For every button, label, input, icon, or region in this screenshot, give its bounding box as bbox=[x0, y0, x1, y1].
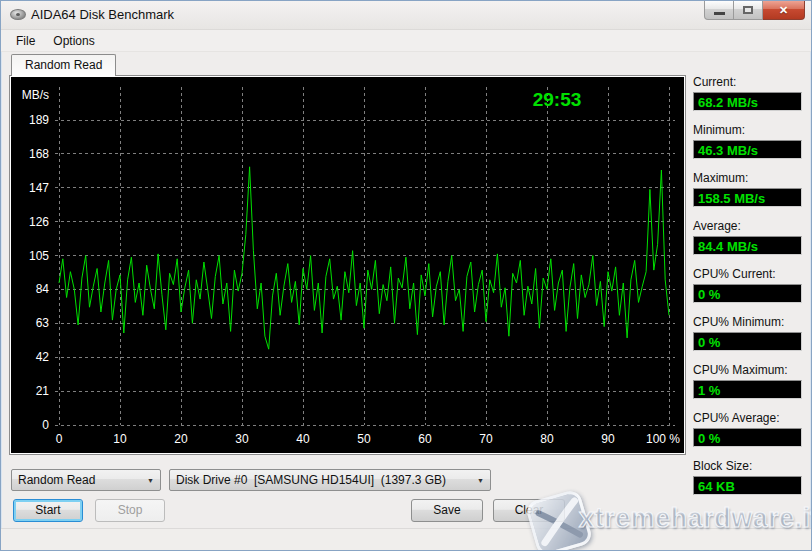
close-icon: ✕ bbox=[779, 4, 788, 17]
stat-label: CPU% Average: bbox=[693, 411, 802, 425]
stat-label: CPU% Minimum: bbox=[693, 315, 802, 329]
y-tick-label: 105 bbox=[29, 249, 49, 263]
menu-file[interactable]: File bbox=[7, 31, 44, 51]
x-tick-label: 50 bbox=[357, 432, 371, 446]
menu-bar: File Options bbox=[1, 29, 811, 52]
stat-value: 64 KB bbox=[693, 476, 802, 495]
status-strip bbox=[1, 528, 811, 550]
x-tick-label: 10 bbox=[113, 432, 127, 446]
stats-panel: Current:68.2 MB/sMinimum:46.3 MB/sMaximu… bbox=[693, 75, 802, 507]
y-tick-label: 147 bbox=[29, 181, 49, 195]
stat-value: 0 % bbox=[693, 284, 802, 303]
window-controls: ✕ bbox=[704, 1, 805, 20]
stat-value: 68.2 MB/s bbox=[693, 92, 802, 111]
save-button[interactable]: Save bbox=[411, 499, 483, 522]
stat-value: 0 % bbox=[693, 332, 802, 351]
maximize-button[interactable] bbox=[734, 1, 763, 20]
stat-label: Maximum: bbox=[693, 171, 802, 185]
elapsed-timer: 29:53 bbox=[533, 89, 582, 110]
maximize-icon bbox=[743, 6, 753, 14]
chevron-down-icon: ▼ bbox=[471, 477, 484, 484]
x-tick-label: 80 bbox=[540, 432, 554, 446]
x-tick-label: 90 bbox=[601, 432, 615, 446]
stat-label: Block Size: bbox=[693, 459, 802, 473]
stat-value: 158.5 MB/s bbox=[693, 188, 802, 207]
x-tick-label: 70 bbox=[479, 432, 493, 446]
y-tick-label: 189 bbox=[29, 113, 49, 127]
minimize-button[interactable] bbox=[704, 1, 734, 20]
window-title: AIDA64 Disk Benchmark bbox=[31, 1, 174, 28]
drive-select-value: Disk Drive #0 [SAMSUNG HD154UI] (1397.3 … bbox=[176, 473, 471, 487]
x-tick-label: 60 bbox=[418, 432, 432, 446]
drive-select[interactable]: Disk Drive #0 [SAMSUNG HD154UI] (1397.3 … bbox=[169, 469, 491, 491]
stat-value: 84.4 MB/s bbox=[693, 236, 802, 255]
stat-label: Current: bbox=[693, 75, 802, 89]
y-tick-label: 168 bbox=[29, 147, 49, 161]
y-tick-label: 63 bbox=[36, 316, 50, 330]
x-tick-label: 20 bbox=[174, 432, 188, 446]
stat-label: CPU% Maximum: bbox=[693, 363, 802, 377]
tab-panel: 189168147126105846342210MB/s010203040506… bbox=[9, 75, 686, 455]
stat-value: 0 % bbox=[693, 428, 802, 447]
benchmark-chart: 189168147126105846342210MB/s010203040506… bbox=[11, 77, 684, 453]
stat-label: Average: bbox=[693, 219, 802, 233]
y-tick-label: 84 bbox=[36, 282, 50, 296]
close-button[interactable]: ✕ bbox=[763, 1, 805, 20]
y-tick-label: 126 bbox=[29, 215, 49, 229]
stat-label: Minimum: bbox=[693, 123, 802, 137]
stop-button[interactable]: Stop bbox=[95, 499, 165, 522]
tab-random-read[interactable]: Random Read bbox=[11, 54, 116, 76]
x-tick-label: 30 bbox=[235, 432, 249, 446]
benchmark-type-select[interactable]: Random Read ▼ bbox=[11, 469, 161, 491]
title-bar: AIDA64 Disk Benchmark ✕ bbox=[1, 1, 811, 29]
benchmark-type-value: Random Read bbox=[18, 473, 141, 487]
x-tick-label: 100 % bbox=[646, 432, 680, 446]
stat-value: 1 % bbox=[693, 380, 802, 399]
y-tick-label: 21 bbox=[36, 384, 50, 398]
y-tick-label: 42 bbox=[36, 350, 50, 364]
chevron-down-icon: ▼ bbox=[141, 477, 154, 484]
menu-options[interactable]: Options bbox=[44, 31, 103, 51]
app-window: AIDA64 Disk Benchmark ✕ File Options Ran… bbox=[0, 0, 812, 551]
x-tick-label: 0 bbox=[56, 432, 63, 446]
stat-value: 46.3 MB/s bbox=[693, 140, 802, 159]
x-tick-label: 40 bbox=[296, 432, 310, 446]
stat-label: CPU% Current: bbox=[693, 267, 802, 281]
minimize-icon bbox=[714, 12, 725, 15]
start-button[interactable]: Start bbox=[13, 499, 83, 522]
y-tick-label: 0 bbox=[42, 418, 49, 432]
clear-button[interactable]: Clear bbox=[493, 499, 565, 522]
disk-icon bbox=[10, 9, 26, 20]
y-axis-unit-label: MB/s bbox=[22, 88, 49, 102]
